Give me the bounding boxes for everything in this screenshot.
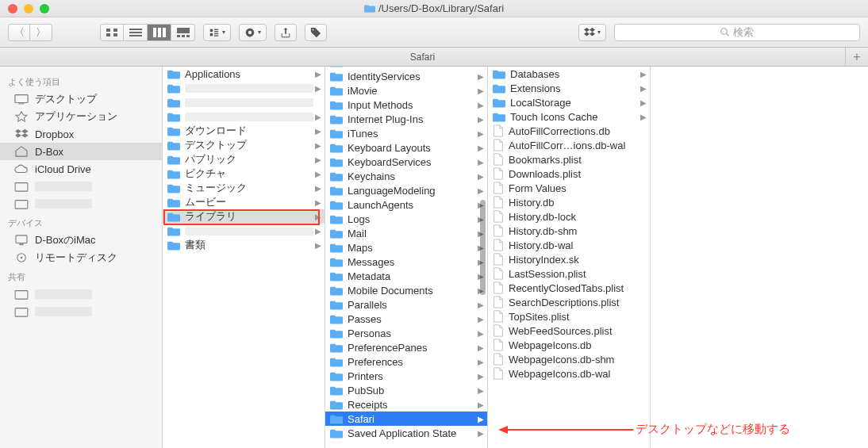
svg-point-20 — [721, 28, 728, 34]
group-by-button[interactable]: ▾ — [203, 24, 231, 41]
view-columns-button[interactable] — [148, 24, 171, 41]
folder-item[interactable]: ライブラリ▶ — [163, 209, 325, 224]
folder-item[interactable]: KeyboardServices▶ — [325, 155, 487, 169]
search-placeholder: 検索 — [733, 25, 754, 40]
folder-item[interactable]: ムービー▶ — [163, 195, 325, 209]
sidebar-item[interactable]: リモートディスク — [0, 249, 162, 266]
file-item[interactable]: AutoFillCorrections.db — [488, 124, 650, 138]
sidebar-item[interactable]: D-Box — [0, 143, 162, 160]
svg-rect-30 — [15, 291, 28, 300]
file-item[interactable]: History.db-lock — [488, 209, 650, 224]
file-item[interactable]: Downloads.plist — [488, 167, 650, 181]
folder-item[interactable]: ▶ — [163, 224, 325, 238]
back-button[interactable]: 〈 — [8, 24, 30, 41]
folder-item[interactable]: Metadata▶ — [325, 269, 487, 283]
view-list-button[interactable] — [124, 24, 148, 41]
sidebar-item[interactable]: デスクトップ — [0, 90, 162, 108]
file-item[interactable]: History.db — [488, 195, 650, 209]
sidebar-item[interactable] — [0, 285, 162, 303]
tags-button[interactable] — [305, 24, 327, 41]
folder-item[interactable]: PreferencePanes▶ — [325, 340, 487, 354]
file-item[interactable]: WebpageIcons.db-wal — [488, 366, 650, 381]
file-item[interactable]: WebpageIcons.db — [488, 338, 650, 352]
file-item[interactable]: Bookmarks.plist — [488, 152, 650, 167]
view-icons-button[interactable] — [100, 24, 124, 41]
folder-item[interactable]: Internet Plug-Ins▶ — [325, 112, 487, 126]
folder-item[interactable]: Mobile Documents▶ — [325, 283, 487, 297]
folder-item[interactable]: デスクトップ▶ — [163, 138, 325, 152]
sidebar-item[interactable]: iCloud Drive — [0, 160, 162, 178]
file-item[interactable]: History.db-shm — [488, 224, 650, 238]
folder-item[interactable]: Parallels▶ — [325, 297, 487, 312]
file-item[interactable]: RecentlyClosedTabs.plist — [488, 281, 650, 295]
folder-item[interactable]: iTunes▶ — [325, 126, 487, 140]
folder-item[interactable]: Extensions▶ — [488, 81, 650, 95]
file-item[interactable]: HistoryIndex.sk — [488, 252, 650, 266]
action-menu-button[interactable]: ▾ — [239, 24, 267, 41]
folder-item[interactable] — [163, 95, 325, 109]
finder-tab[interactable]: Safari — [0, 48, 846, 66]
svg-rect-27 — [19, 243, 23, 245]
search-field[interactable]: 検索 — [614, 24, 860, 41]
folder-item[interactable]: Logs▶ — [325, 212, 487, 226]
file-item[interactable]: AutoFillCorr…ions.db-wal — [488, 138, 650, 152]
sidebar-item[interactable] — [0, 303, 162, 320]
folder-item[interactable]: Databases▶ — [488, 67, 650, 81]
sidebar-item[interactable]: Dropbox — [0, 125, 162, 143]
folder-item[interactable]: ▶ — [163, 109, 325, 124]
file-item[interactable]: History.db-wal — [488, 238, 650, 252]
sidebar-section-favorites: よく使う項目 — [0, 71, 162, 90]
svg-rect-16 — [214, 29, 218, 29]
folder-item[interactable]: LaunchAgents▶ — [325, 197, 487, 212]
folder-item[interactable]: Keyboard Layouts▶ — [325, 140, 487, 155]
folder-item[interactable]: Mail▶ — [325, 226, 487, 240]
folder-item[interactable]: Messages▶ — [325, 255, 487, 269]
sidebar-item[interactable] — [0, 195, 162, 213]
folder-item[interactable]: iMovie▶ — [325, 83, 487, 98]
sidebar-section-shared: 共有 — [0, 266, 162, 285]
folder-item[interactable]: IdentityServices▶ — [325, 69, 487, 83]
column-2: Icons▶IdentityServices▶iMovie▶Input Meth… — [325, 67, 488, 448]
folder-item[interactable]: Printers▶ — [325, 369, 487, 383]
scrollbar[interactable] — [480, 200, 486, 295]
file-item[interactable]: TopSites.plist — [488, 309, 650, 324]
folder-item[interactable]: Preferences▶ — [325, 354, 487, 369]
svg-rect-26 — [16, 235, 27, 243]
folder-item[interactable]: LocalStorage▶ — [488, 95, 650, 109]
file-item[interactable]: WebpageIcons.db-shm — [488, 352, 650, 366]
folder-item[interactable]: Safari▶ — [325, 412, 487, 426]
file-item[interactable]: Form Values — [488, 181, 650, 195]
folder-item[interactable]: LanguageModeling▶ — [325, 183, 487, 197]
folder-item[interactable]: Saved Application State▶ — [325, 426, 487, 440]
folder-item[interactable]: ピクチャ▶ — [163, 167, 325, 181]
folder-item[interactable]: Keychains▶ — [325, 169, 487, 183]
titlebar: /Users/D-Box/Library/Safari — [0, 0, 868, 17]
forward-button[interactable]: 〉 — [30, 24, 52, 41]
sidebar-item[interactable]: アプリケーション — [0, 108, 162, 125]
svg-rect-7 — [153, 28, 156, 37]
file-item[interactable]: SearchDescriptions.plist — [488, 295, 650, 309]
svg-rect-0 — [106, 29, 110, 32]
sidebar-item[interactable]: D-BoxのiMac — [0, 232, 162, 249]
dropbox-button[interactable]: ▾ — [578, 24, 606, 41]
folder-item[interactable]: PubSub▶ — [325, 383, 487, 397]
new-tab-button[interactable]: + — [846, 48, 868, 66]
sidebar-item[interactable] — [0, 178, 162, 195]
folder-item[interactable]: パブリック▶ — [163, 152, 325, 167]
file-item[interactable]: LastSession.plist — [488, 266, 650, 281]
folder-item[interactable]: Receipts▶ — [325, 397, 487, 412]
folder-item[interactable]: ミュージック▶ — [163, 181, 325, 195]
window-title: /Users/D-Box/Library/Safari — [0, 2, 868, 14]
folder-item[interactable]: Maps▶ — [325, 240, 487, 255]
view-gallery-button[interactable] — [171, 24, 195, 41]
folder-item[interactable]: ▶ — [163, 81, 325, 95]
file-item[interactable]: WebFeedSources.plist — [488, 324, 650, 338]
folder-item[interactable]: ダウンロード▶ — [163, 124, 325, 138]
folder-item[interactable]: Applications▶ — [163, 67, 325, 81]
folder-item[interactable]: 書類▶ — [163, 238, 325, 252]
folder-item[interactable]: Personas▶ — [325, 326, 487, 340]
folder-item[interactable]: Touch Icons Cache▶ — [488, 109, 650, 124]
share-button[interactable] — [275, 24, 297, 41]
folder-item[interactable]: Input Methods▶ — [325, 98, 487, 112]
folder-item[interactable]: Passes▶ — [325, 312, 487, 326]
